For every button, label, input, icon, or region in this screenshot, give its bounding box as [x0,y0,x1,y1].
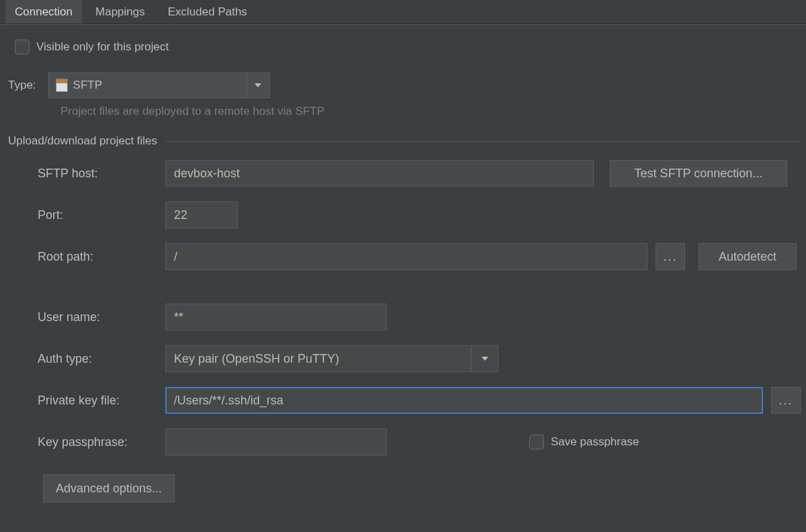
privatekey-browse-button[interactable]: ... [771,387,801,414]
root-path-label: Root path: [38,250,165,264]
passphrase-input[interactable] [165,429,387,455]
test-connection-button[interactable]: Test SFTP connection... [610,160,787,187]
type-select[interactable]: SFTP [48,73,270,98]
authtype-select-arrow[interactable] [471,346,498,371]
authtype-label: Auth type: [38,352,165,366]
authtype-select-value: Key pair (OpenSSH or PuTTY) [166,352,471,366]
visible-only-label: Visible only for this project [36,40,169,54]
save-passphrase-label: Save passphrase [551,435,639,449]
divider-line [165,141,801,142]
passphrase-label: Key passphrase: [38,435,165,449]
chevron-down-icon [482,357,488,361]
save-passphrase-checkbox[interactable]: Save passphrase [529,435,639,449]
checkbox-box-icon [529,435,544,449]
visible-only-checkbox[interactable]: Visible only for this project [15,40,169,54]
chevron-down-icon [255,83,261,87]
root-path-input[interactable] [165,243,647,270]
tab-connection[interactable]: Connection [5,0,82,24]
checkbox-box-icon [15,40,30,54]
section-title: Upload/download project files [8,134,157,148]
privatekey-input[interactable] [165,387,763,414]
tab-excluded-paths[interactable]: Excluded Paths [159,0,257,24]
tab-mappings[interactable]: Mappings [86,0,154,24]
type-select-arrow[interactable] [247,73,269,97]
advanced-options-button[interactable]: Advanced options... [43,474,175,502]
root-path-browse-button[interactable]: ... [656,243,685,270]
autodetect-button[interactable]: Autodetect [699,243,797,270]
form-area: SFTP host: Test SFTP connection... Port:… [5,160,801,455]
section-title-row: Upload/download project files [8,134,801,148]
port-input[interactable] [165,202,238,228]
username-label: User name: [38,310,165,324]
username-input[interactable] [165,304,387,330]
host-label: SFTP host: [38,167,165,181]
tabs-bar: Connection Mappings Excluded Paths [0,0,806,24]
type-label: Type: [8,79,36,92]
privatekey-label: Private key file: [38,394,165,408]
tab-content: Visible only for this project Type: SFTP… [0,24,806,508]
sftp-file-icon [56,79,68,92]
host-input[interactable] [165,160,594,187]
authtype-select[interactable]: Key pair (OpenSSH or PuTTY) [165,345,498,372]
port-label: Port: [38,208,165,222]
type-select-value: SFTP [73,79,102,92]
type-description: Project files are deployed to a remote h… [60,105,801,118]
